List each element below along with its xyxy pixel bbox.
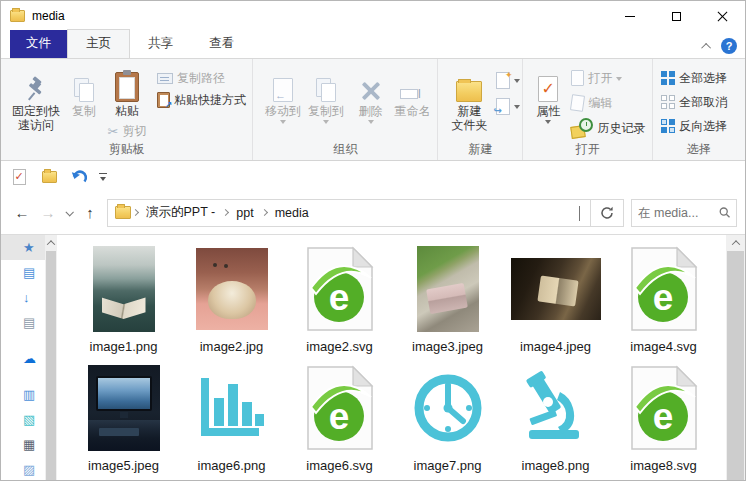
breadcrumb-item-ppt[interactable]: ppt	[230, 206, 259, 220]
invert-selection-button[interactable]: 反向选择	[661, 114, 745, 138]
edit-button[interactable]: 编辑	[571, 93, 645, 113]
scroll-up-icon[interactable]	[45, 235, 57, 250]
nav-item-documents[interactable]: ▤	[1, 310, 45, 335]
maximize-button[interactable]	[653, 1, 699, 31]
easy-access-button[interactable]: ↪	[496, 96, 520, 116]
file-item[interactable]: image5.jpeg	[73, 360, 174, 479]
select-all-button[interactable]: 全部选择	[661, 66, 745, 90]
paste-label: 粘贴	[115, 104, 139, 118]
scrollbar-thumb[interactable]	[46, 251, 56, 480]
select-all-icon	[661, 71, 675, 85]
new-item-button[interactable]: ✦	[496, 70, 520, 90]
scroll-up-icon[interactable]	[726, 235, 745, 250]
select-group-label: 选择	[653, 141, 745, 158]
explorer-window: media 文件 主页 共享 查看 ? 固定到快 速访问	[0, 0, 746, 481]
edit-label: 编辑	[588, 95, 612, 112]
cut-button[interactable]: ✂ 剪切	[108, 121, 147, 141]
address-bar[interactable]: 演示的PPT - ppt media	[107, 199, 591, 227]
refresh-button[interactable]	[591, 199, 624, 227]
address-dropdown-button[interactable]	[573, 206, 586, 220]
minimize-button[interactable]	[607, 1, 653, 31]
qat-undo-button[interactable]	[69, 167, 89, 187]
file-name: image6.png	[198, 458, 266, 473]
window-title: media	[32, 9, 65, 23]
tab-home[interactable]: 主页	[67, 29, 130, 58]
copy-path-icon	[157, 73, 173, 84]
cut-scissors-icon: ✂	[108, 124, 119, 139]
open-dropdown-icon	[616, 77, 622, 81]
nav-item-objects[interactable]: ▧	[1, 407, 45, 432]
videos-icon: ▦	[23, 437, 35, 452]
customize-toolbar-button[interactable]	[99, 173, 107, 181]
delete-label: 删除	[359, 104, 383, 118]
title-bar: media	[1, 1, 745, 31]
file-item[interactable]: image4.svg	[613, 241, 714, 360]
delete-dropdown-icon	[368, 120, 374, 124]
nav-item-pictures[interactable]: ▨	[1, 457, 45, 480]
invert-selection-label: 反向选择	[679, 118, 727, 135]
nav-item-onedrive[interactable]: ☁	[1, 346, 45, 371]
ribbon-group-open: ✓ 属性 打开 编辑 历史记录 打开	[523, 59, 653, 160]
close-icon	[717, 11, 727, 21]
navigation-pane: ★ ▤ ↓ ▤ ☁ ▥ ▧ ▦ ▨	[1, 235, 45, 480]
file-item[interactable]: image4.jpeg	[505, 241, 606, 360]
file-thumbnail	[300, 360, 380, 456]
file-thumbnail	[516, 360, 596, 456]
nav-item-quick-access[interactable]: ★	[1, 235, 45, 260]
maximize-icon	[672, 12, 681, 21]
nav-item-downloads[interactable]: ↓	[1, 285, 45, 310]
file-item[interactable]: image2.svg	[289, 241, 390, 360]
qat-new-folder-button[interactable]	[39, 167, 59, 187]
breadcrumb-item-media[interactable]: media	[269, 206, 315, 220]
file-item[interactable]: image6.svg	[289, 360, 390, 479]
tab-file[interactable]: 文件	[10, 30, 67, 58]
nav-item-this-pc[interactable]: ▥	[1, 382, 45, 407]
nav-item-videos[interactable]: ▦	[1, 432, 45, 457]
paste-shortcut-button[interactable]: ↗ 粘贴快捷方式	[157, 90, 246, 110]
open-label: 打开	[588, 70, 612, 87]
file-thumbnail	[511, 241, 601, 337]
file-item[interactable]: image1.png	[73, 241, 174, 360]
file-item[interactable]: image6.png	[181, 360, 282, 479]
main-scrollbar[interactable]	[726, 235, 745, 480]
quick-access-star-icon: ★	[23, 240, 35, 255]
copy-path-button[interactable]: 复制路径	[157, 68, 246, 88]
close-button[interactable]	[699, 1, 745, 31]
ribbon-tab-bar: 文件 主页 共享 查看 ?	[1, 31, 745, 58]
file-item[interactable]: image2.jpg	[181, 241, 282, 360]
select-none-button[interactable]: 全部取消	[661, 90, 745, 114]
paste-button[interactable]: 粘贴	[115, 62, 139, 118]
file-item[interactable]: image8.svg	[613, 360, 714, 479]
documents-icon: ▤	[23, 315, 35, 330]
scrollbar-thumb[interactable]	[727, 251, 744, 480]
recent-locations-button[interactable]	[61, 200, 77, 226]
reading-photo	[537, 275, 578, 306]
open-icon	[571, 70, 584, 86]
breadcrumb-item-root[interactable]: 演示的PPT -	[140, 204, 221, 221]
back-button[interactable]: ←	[9, 200, 35, 226]
file-thumbnail	[196, 241, 268, 337]
open-button[interactable]: 打开	[571, 68, 645, 88]
nav-pane-scrollbar[interactable]	[45, 235, 57, 480]
file-item[interactable]: image7.png	[397, 360, 498, 479]
search-input[interactable]	[638, 206, 719, 220]
history-button[interactable]: 历史记录	[571, 118, 645, 138]
ribbon-group-new: 新建 文件夹 ✦ ↪ 新建	[438, 59, 523, 160]
move-to-label: 移动到	[265, 104, 301, 118]
help-button[interactable]: ?	[721, 38, 737, 54]
file-thumbnail	[88, 360, 160, 456]
tab-share[interactable]: 共享	[130, 30, 191, 58]
new-folder-icon	[42, 171, 57, 183]
file-item[interactable]: image8.png	[505, 360, 606, 479]
collapse-ribbon-icon[interactable]	[701, 42, 711, 52]
file-item[interactable]: image3.jpeg	[397, 241, 498, 360]
file-thumbnail	[624, 241, 704, 337]
up-button[interactable]: ↑	[77, 200, 103, 226]
nav-item-desktop[interactable]: ▤	[1, 260, 45, 285]
forward-button[interactable]: →	[35, 200, 61, 226]
search-box[interactable]	[631, 199, 737, 227]
qat-properties-button[interactable]: ✓	[9, 167, 29, 187]
tab-view[interactable]: 查看	[191, 30, 252, 58]
open-group-label: 打开	[523, 141, 652, 158]
ribbon-group-select: 全部选择 全部取消 反向选择 选择	[653, 59, 745, 160]
